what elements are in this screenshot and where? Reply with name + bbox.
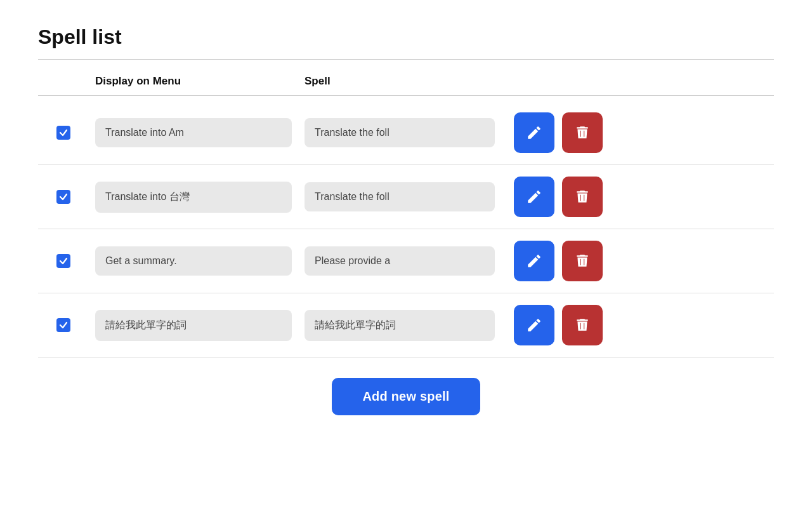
title-divider xyxy=(38,59,774,60)
spell-cell: Please provide a xyxy=(298,246,501,276)
edit-icon xyxy=(526,124,542,141)
spell-field-1: Translate the foll xyxy=(304,118,495,147)
edit-icon xyxy=(526,253,542,269)
table-row: Get a summary. Please provide a xyxy=(38,229,774,293)
actions-cell xyxy=(501,177,774,217)
table-row: 請給我此單字的詞 請給我此單字的詞 xyxy=(38,293,774,358)
add-spell-container: Add new spell xyxy=(38,378,774,415)
spell-field-4: 請給我此單字的詞 xyxy=(304,310,495,341)
row-checkbox-3[interactable] xyxy=(56,254,70,268)
check-icon xyxy=(59,257,68,265)
delete-button-1[interactable] xyxy=(562,112,603,153)
checkbox-cell xyxy=(38,318,89,332)
add-spell-button[interactable]: Add new spell xyxy=(332,378,480,415)
actions-cell xyxy=(501,305,774,345)
display-cell: Translate into Am xyxy=(89,118,298,147)
delete-button-4[interactable] xyxy=(562,305,603,345)
table-row: Translate into 台灣 Translate the foll xyxy=(38,165,774,229)
trash-icon xyxy=(574,189,591,205)
display-cell: Translate into 台灣 xyxy=(89,182,298,213)
display-field-4: 請給我此單字的詞 xyxy=(95,310,292,341)
delete-button-3[interactable] xyxy=(562,241,603,281)
table-header: Display on Menu Spell xyxy=(38,75,774,96)
col-display-header: Display on Menu xyxy=(89,75,298,88)
delete-button-2[interactable] xyxy=(562,177,603,217)
table-body: Translate into Am Translate the foll xyxy=(38,101,774,358)
spell-field-2: Translate the foll xyxy=(304,182,495,211)
check-icon xyxy=(59,128,68,137)
checkbox-cell xyxy=(38,190,89,204)
edit-icon xyxy=(526,189,542,205)
edit-icon xyxy=(526,317,542,333)
edit-button-1[interactable] xyxy=(514,112,554,153)
spell-cell: 請給我此單字的詞 xyxy=(298,310,501,341)
trash-icon xyxy=(574,317,591,333)
display-cell: Get a summary. xyxy=(89,246,298,276)
row-checkbox-1[interactable] xyxy=(56,126,70,140)
table-row: Translate into Am Translate the foll xyxy=(38,101,774,165)
checkbox-cell xyxy=(38,254,89,268)
spell-table: Display on Menu Spell Translate into Am … xyxy=(38,75,774,358)
col-spell-header: Spell xyxy=(298,75,501,88)
row-checkbox-4[interactable] xyxy=(56,318,70,332)
spell-field-3: Please provide a xyxy=(304,246,495,276)
display-cell: 請給我此單字的詞 xyxy=(89,310,298,341)
spell-cell: Translate the foll xyxy=(298,182,501,211)
display-field-3: Get a summary. xyxy=(95,246,292,276)
display-field-1: Translate into Am xyxy=(95,118,292,147)
edit-button-2[interactable] xyxy=(514,177,554,217)
row-checkbox-2[interactable] xyxy=(56,190,70,204)
check-icon xyxy=(59,321,68,330)
edit-button-4[interactable] xyxy=(514,305,554,345)
trash-icon xyxy=(574,124,591,141)
spell-cell: Translate the foll xyxy=(298,118,501,147)
display-field-2: Translate into 台灣 xyxy=(95,182,292,213)
page-title: Spell list xyxy=(38,25,774,49)
check-icon xyxy=(59,192,68,201)
checkbox-cell xyxy=(38,126,89,140)
edit-button-3[interactable] xyxy=(514,241,554,281)
trash-icon xyxy=(574,253,591,269)
actions-cell xyxy=(501,241,774,281)
actions-cell xyxy=(501,112,774,153)
